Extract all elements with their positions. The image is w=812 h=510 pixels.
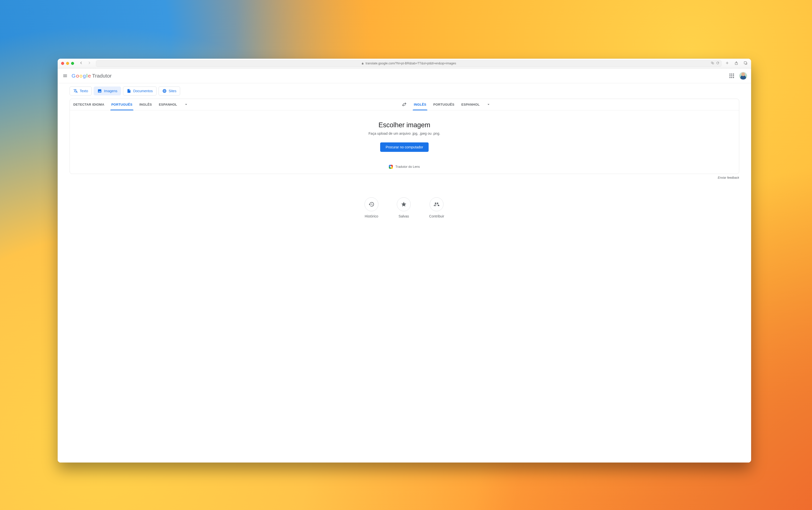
document-icon [127, 89, 131, 93]
address-bar-url: translate.google.com/?hl=pt-BR&tab=TT&sl… [366, 62, 456, 65]
window-controls [61, 62, 74, 65]
browse-files-button[interactable]: Procurar no computador [380, 142, 429, 152]
source-lang-more-button[interactable] [181, 99, 192, 110]
mode-images[interactable]: Imagens [94, 86, 121, 95]
close-window-button[interactable] [61, 62, 64, 65]
app-name: Tradutor [92, 73, 112, 79]
account-avatar[interactable] [739, 72, 747, 80]
reload-button[interactable] [716, 61, 719, 65]
target-lang-option[interactable]: ESPANHOL [458, 99, 483, 110]
mode-documents[interactable]: Documentos [123, 86, 156, 95]
contribute-button[interactable]: Contribuir [429, 197, 444, 218]
history-icon [369, 201, 374, 207]
zoom-window-button[interactable] [71, 62, 74, 65]
language-row: DETECTAR IDIOMA PORTUGUÊS INGLÊS ESPANHO… [70, 99, 739, 110]
history-button[interactable]: Histórico [365, 197, 378, 218]
upload-title: Escolher imagem [378, 121, 430, 129]
main-menu-button[interactable] [60, 71, 70, 81]
translate-card: DETECTAR IDIOMA PORTUGUÊS INGLÊS ESPANHO… [69, 99, 739, 174]
minimize-window-button[interactable] [66, 62, 69, 65]
source-languages: DETECTAR IDIOMA PORTUGUÊS INGLÊS ESPANHO… [70, 99, 398, 110]
translate-extension-icon[interactable] [711, 61, 714, 65]
target-lang-more-button[interactable] [483, 99, 494, 110]
browser-window: translate.google.com/?hl=pt-BR&tab=TT&sl… [58, 59, 751, 462]
mode-sites[interactable]: Sites [158, 86, 180, 95]
source-lang-option[interactable]: INGLÊS [136, 99, 155, 110]
swap-languages-button[interactable] [398, 99, 410, 110]
tab-overview-button[interactable] [744, 61, 748, 66]
page-content: Google Tradutor Texto Imagens Documentos [58, 68, 751, 462]
google-apps-button[interactable] [727, 71, 737, 81]
share-button[interactable] [734, 61, 738, 66]
quick-actions: Histórico Salvas Contribuir [58, 197, 751, 218]
nav-arrows [80, 61, 91, 66]
send-feedback-link[interactable]: Enviar feedback [58, 174, 751, 179]
globe-icon [162, 89, 167, 93]
chevron-down-icon [486, 102, 491, 107]
app-header: Google Tradutor [58, 68, 751, 83]
forward-button[interactable] [87, 61, 91, 66]
app-logo[interactable]: Google Tradutor [71, 73, 112, 79]
upload-subtitle: Faça upload de um arquivo .jpg, .jpeg ou… [369, 132, 440, 136]
source-lang-detect[interactable]: DETECTAR IDIOMA [70, 99, 108, 110]
lock-icon [361, 62, 364, 65]
image-icon [97, 89, 102, 93]
saved-button[interactable]: Salvas [397, 197, 411, 218]
translate-icon [73, 89, 78, 93]
target-lang-option[interactable]: INGLÊS [410, 99, 430, 110]
star-icon [401, 201, 407, 207]
chevron-down-icon [184, 102, 188, 107]
people-icon [434, 201, 439, 207]
source-lang-option[interactable]: ESPANHOL [155, 99, 181, 110]
mode-tabs: Texto Imagens Documentos Sites [58, 83, 751, 99]
lens-icon [389, 165, 393, 169]
address-bar[interactable]: translate.google.com/?hl=pt-BR&tab=TT&sl… [96, 60, 722, 67]
lens-link[interactable]: Tradutor do Lens [389, 165, 420, 169]
svg-rect-6 [744, 62, 746, 64]
upload-area: Escolher imagem Faça upload de um arquiv… [70, 110, 739, 174]
browser-toolbar: translate.google.com/?hl=pt-BR&tab=TT&sl… [58, 59, 751, 68]
source-lang-option[interactable]: PORTUGUÊS [108, 99, 136, 110]
mode-text[interactable]: Texto [69, 86, 92, 95]
swap-icon [402, 102, 407, 107]
target-languages: INGLÊS PORTUGUÊS ESPANHOL [410, 99, 739, 110]
target-lang-option[interactable]: PORTUGUÊS [430, 99, 458, 110]
toolbar-right [725, 61, 748, 66]
back-button[interactable] [80, 61, 83, 66]
new-tab-button[interactable] [725, 61, 729, 66]
